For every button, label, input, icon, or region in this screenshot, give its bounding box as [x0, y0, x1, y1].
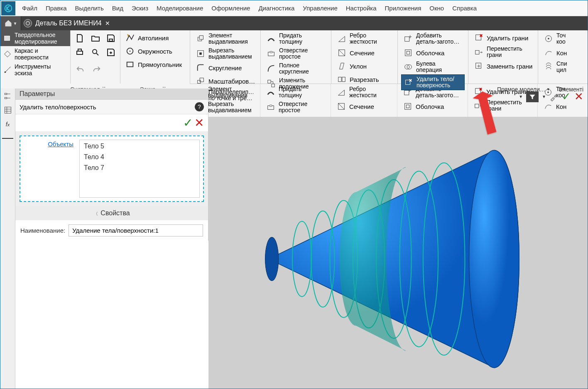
autoline-tool[interactable]: Автолиния — [123, 31, 186, 44]
apply-icon[interactable]: ✓ — [183, 116, 193, 130]
save-button[interactable] — [104, 31, 118, 45]
menu-window[interactable]: Окно — [425, 0, 448, 16]
menu-apps[interactable]: Приложения — [381, 0, 426, 16]
extrude-tool-top[interactable]: Элементвыдавливания — [194, 31, 257, 46]
solid-icon — [3, 34, 12, 43]
boolean-tool[interactable]: Булеваоперация — [401, 59, 465, 74]
move-face-icon — [473, 100, 484, 111]
dropdown-icon-2[interactable]: ▼ — [542, 94, 546, 99]
eyedropper-icon[interactable] — [549, 92, 559, 101]
spiral-tool[interactable]: Спицил — [541, 59, 559, 74]
home-tab[interactable]: ▼ — [0, 16, 21, 30]
reposition-tool[interactable]: Изменитьположение — [264, 76, 328, 91]
section-icon — [336, 101, 347, 112]
svg-point-1 — [26, 22, 29, 25]
dropdown-icon[interactable]: ▼ — [519, 94, 523, 99]
menu-sketch[interactable]: Эскиз — [127, 0, 152, 16]
name-input[interactable] — [69, 224, 203, 236]
home-dropdown-icon[interactable]: ▼ — [13, 21, 17, 26]
rail-menu-icon[interactable] — [2, 133, 14, 144]
svg-rect-34 — [272, 84, 274, 87]
svg-rect-2 — [5, 36, 10, 41]
section-top[interactable]: Сечение — [335, 46, 394, 59]
menu-diagnostics[interactable]: Диагностика — [254, 0, 299, 16]
circle-tool[interactable]: Окружность — [123, 44, 186, 58]
print-button[interactable] — [73, 45, 86, 59]
cut-tool-top[interactable]: Вырезатьвыдавливанием — [194, 46, 257, 61]
menu-select[interactable]: Выделить — [71, 0, 108, 16]
list-item[interactable]: Тело 7 — [84, 164, 195, 172]
close-tab-icon[interactable]: ✕ — [105, 20, 110, 27]
scale-tool[interactable]: Масштабиров… — [194, 74, 257, 88]
viewport-3d[interactable] — [208, 117, 588, 389]
hole-tool[interactable]: Отверстиепростое — [264, 100, 327, 115]
svg-rect-50 — [5, 97, 7, 98]
move-faces-top[interactable]: Переместитьграни — [472, 44, 534, 59]
document-tab[interactable]: Деталь БЕЗ ИМЕНИ4 ✕ — [21, 16, 113, 30]
objects-list[interactable]: Тело 5 Тело 4 Тело 7 — [79, 140, 200, 198]
svg-rect-21 — [475, 89, 481, 94]
spiral-icon — [543, 62, 554, 72]
svg-point-52 — [469, 150, 519, 367]
svg-point-47 — [548, 38, 549, 39]
menu-modeling[interactable]: Моделирование — [152, 0, 207, 16]
svg-point-9 — [130, 51, 131, 52]
rib-top[interactable]: Реброжесткости — [335, 31, 394, 46]
split-icon — [336, 74, 347, 85]
shell-top[interactable]: Оболочка — [401, 46, 465, 59]
rail-props-icon[interactable] — [2, 104, 14, 116]
open-button[interactable] — [89, 31, 102, 45]
delete-faces-top[interactable]: Удалить грани — [472, 31, 534, 44]
objects-label[interactable]: Объекты — [24, 140, 74, 198]
point-top[interactable]: Точкоо — [541, 31, 559, 46]
menu-settings[interactable]: Настройка — [342, 0, 381, 16]
menu-annotation[interactable]: Оформление — [207, 0, 254, 16]
panel-subtitle: Удалить тело/поверхность — [20, 103, 96, 111]
rail-variables-icon[interactable]: fx — [2, 118, 14, 130]
confirm-icon[interactable]: ✓ — [562, 90, 571, 103]
filter-button[interactable] — [526, 91, 539, 102]
cancel-icon[interactable]: ✕ — [194, 116, 204, 130]
app-logo — [1, 1, 15, 15]
add-part-top[interactable]: Добавитьдеталь-загото… — [401, 31, 465, 46]
svg-rect-26 — [199, 36, 203, 39]
delete-body-tool[interactable]: Удалить тело/поверхность — [401, 74, 465, 90]
full-fillet[interactable]: Полноескругление — [264, 61, 328, 76]
split-tool[interactable]: Разрезать — [335, 73, 394, 86]
properties-header[interactable]: 〈Свойства — [15, 206, 208, 220]
rectangle-tool[interactable]: Прямоугольник — [123, 58, 186, 71]
list-item[interactable]: Тело 5 — [84, 143, 195, 150]
full-fillet-icon — [266, 63, 277, 74]
section-tool[interactable]: Сечение — [334, 100, 394, 113]
svg-rect-5 — [77, 51, 83, 54]
rail-tree-icon[interactable] — [2, 90, 14, 102]
save-as-button[interactable] — [104, 45, 118, 59]
menubar: Файл Правка Выделить Вид Эскиз Моделиров… — [0, 0, 588, 16]
shell-tool[interactable]: Оболочка — [401, 100, 464, 113]
redo-button[interactable] — [90, 64, 104, 76]
thicken-top[interactable]: Придатьтолщину — [264, 31, 328, 46]
hole-top[interactable]: Отверстиепростое — [264, 46, 328, 61]
rib-tool[interactable]: Реброжесткости — [334, 85, 394, 100]
mode-sketch-tools[interactable]: Инструментыэскиза — [0, 62, 70, 78]
list-item[interactable]: Тело 4 — [84, 153, 195, 161]
menu-file[interactable]: Файл — [18, 0, 42, 16]
chevron-up-icon: 〈 — [93, 211, 98, 216]
undo-button[interactable] — [73, 64, 87, 76]
reject-icon[interactable]: ✕ — [574, 90, 583, 103]
mode-column: Твердотельноемоделирование Каркас иповер… — [0, 30, 70, 78]
menu-edit[interactable]: Правка — [42, 0, 71, 16]
replace-faces-tool[interactable]: Заменить грани — [472, 59, 534, 73]
help-icon[interactable]: ? — [195, 102, 204, 111]
menu-help[interactable]: Справка — [448, 0, 481, 16]
fillet-tool[interactable]: Скругление — [194, 61, 257, 74]
contour-top[interactable]: Кон — [541, 46, 559, 59]
mode-solid[interactable]: Твердотельноемоделирование — [0, 30, 70, 46]
menu-view[interactable]: Вид — [108, 0, 127, 16]
svg-point-32 — [270, 52, 272, 53]
preview-button[interactable] — [89, 45, 102, 59]
menu-manage[interactable]: Управление — [299, 0, 341, 16]
new-button[interactable] — [73, 31, 86, 45]
draft-tool[interactable]: Уклон — [335, 59, 394, 73]
mode-wireframe[interactable]: Каркас иповерхности — [0, 46, 70, 62]
